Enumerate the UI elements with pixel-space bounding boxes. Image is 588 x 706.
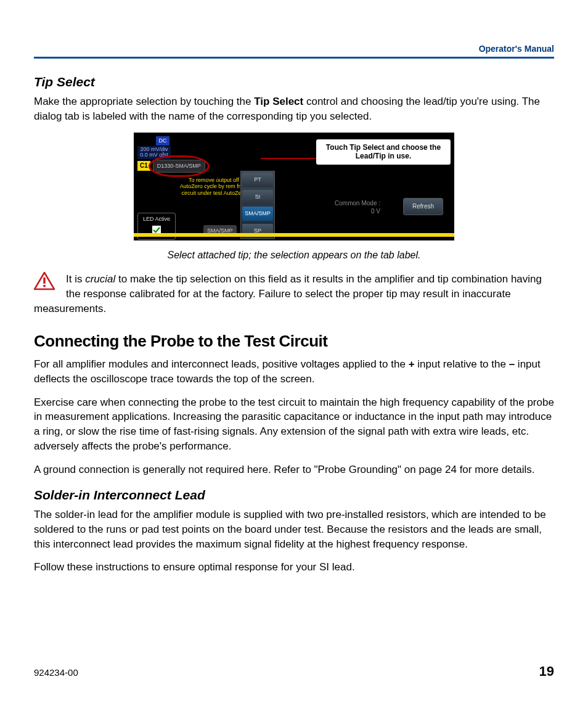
connecting-p3: A ground connection is generally not req…: [34, 462, 554, 477]
page-content: Tip Select Make the appropriate selectio…: [34, 73, 554, 575]
tip-option-list[interactable]: PT SI SMA/SMP SP: [240, 171, 275, 239]
warning-crucial: crucial: [85, 273, 115, 285]
warning-text-a: It is: [66, 273, 85, 285]
connecting-p2: Exercise care when connecting the probe …: [34, 395, 554, 454]
heading-connecting: Connecting the Probe to the Test Circuit: [34, 330, 554, 352]
page-number: 19: [539, 662, 554, 681]
figure-wrap: DC 200 mV/div 0.0 mV ofst C1 D1330-SMA/S…: [34, 133, 554, 245]
tip-select-bold: Tip Select: [254, 96, 303, 107]
solder-p1: The solder-in lead for the amplifier mod…: [34, 507, 554, 551]
common-mode-readout: Common Mode : 0 V: [335, 199, 380, 215]
heading-solder: Solder-in Interconnect Lead: [34, 486, 554, 504]
scale-readout: 200 mV/div 0.0 mV ofst: [137, 146, 171, 160]
callout-box: Touch Tip Select and choose the Lead/Tip…: [316, 139, 451, 165]
offset-line: 0.0 mV ofst: [139, 152, 169, 158]
warning-icon: [34, 272, 55, 290]
channel-tab[interactable]: C1 D1330-SMA/SMP: [137, 160, 205, 173]
header-rule: [34, 57, 554, 59]
doc-number: 924234-00: [34, 666, 78, 679]
yellow-bar: [134, 233, 454, 237]
figure-caption: Select attached tip; the selection appea…: [34, 248, 554, 262]
autozero-hint: To remove output off AutoZero cycle by r…: [177, 177, 251, 196]
tip-option-si[interactable]: SI: [242, 190, 273, 205]
channel-badge: C1: [137, 161, 150, 171]
tip-select-button[interactable]: D1330-SMA/SMP: [153, 160, 205, 173]
tip-option-pt[interactable]: PT: [242, 173, 273, 187]
common-mode-value: 0 V: [335, 207, 380, 215]
solder-p2: Follow these instructions to ensure opti…: [34, 560, 554, 575]
plus-symbol: +: [409, 358, 415, 370]
text: Make the appropriate selection by touchi…: [34, 96, 254, 107]
header-doc-title: Operator's Manual: [479, 43, 554, 55]
led-active-label: LED Active: [143, 215, 170, 223]
connecting-p1: For all amplifier modules and interconne…: [34, 357, 554, 387]
page-footer: 924234-00 19: [34, 662, 554, 681]
coupling-badge: DC: [156, 136, 169, 146]
channel-indicator: DC 200 mV/div 0.0 mV ofst: [137, 136, 174, 159]
common-mode-label: Common Mode :: [335, 199, 380, 207]
tip-select-paragraph: Make the appropriate selection by touchi…: [34, 94, 554, 124]
warning-block: It is crucial to make the tip selection …: [34, 272, 554, 316]
svg-rect-0: [43, 277, 45, 284]
tip-option-sma-smp[interactable]: SMA/SMP: [242, 207, 273, 221]
refresh-button[interactable]: Refresh: [403, 198, 443, 215]
check-icon: [153, 226, 160, 234]
text: For all amplifier modules and interconne…: [34, 358, 409, 370]
text: input relative to the: [415, 358, 509, 370]
heading-tip-select: Tip Select: [34, 73, 554, 91]
tip-select-label: D1330-SMA/SMP: [157, 163, 201, 169]
svg-rect-1: [43, 285, 45, 287]
tip-select-figure: DC 200 mV/div 0.0 mV ofst C1 D1330-SMA/S…: [134, 133, 454, 240]
minus-symbol: –: [509, 358, 515, 370]
